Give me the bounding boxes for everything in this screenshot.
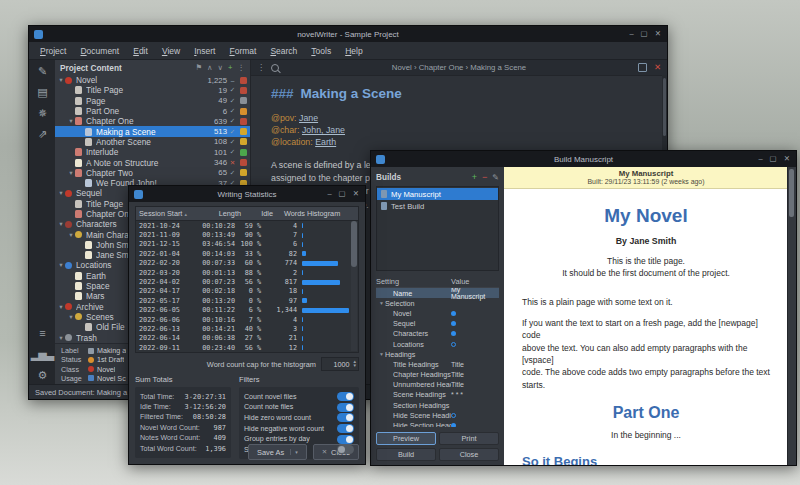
col-length[interactable]: Length [196, 209, 244, 218]
active-checkbox[interactable]: ✓ [227, 97, 238, 105]
tree-caret-icon[interactable]: ▼ [57, 262, 65, 268]
tree-caret-icon[interactable]: ▼ [57, 190, 65, 196]
tree-caret-icon[interactable]: ▼ [57, 335, 65, 341]
scrollbar-thumb[interactable] [789, 169, 794, 217]
setting-row[interactable]: Hide Section Headings [376, 420, 499, 427]
tree-caret-icon[interactable]: ▼ [67, 232, 75, 238]
minimize-button[interactable]: – [327, 190, 331, 198]
spin-down-icon[interactable]: ▼ [353, 364, 357, 369]
meta-value[interactable]: Earth [315, 137, 336, 147]
build-list-item[interactable]: Test Build [377, 200, 498, 212]
minimize-button[interactable]: – [629, 30, 633, 38]
maximize-button[interactable]: ▢ [339, 190, 346, 198]
setting-row[interactable]: Section Headings [376, 400, 499, 410]
flag-icon[interactable]: ⚑ [195, 64, 202, 72]
tree-caret-icon[interactable]: ▼ [67, 118, 75, 124]
tree-row[interactable]: Part One 6 ✓ [55, 106, 250, 116]
outline-icon[interactable]: ▤ [37, 87, 46, 98]
tree-caret-icon[interactable]: ▼ [67, 314, 75, 320]
novel-details-icon[interactable]: ✵ [38, 108, 46, 119]
build-action-button[interactable]: Print [439, 432, 499, 445]
tree-row[interactable]: A Note on Structure 346 ✕ [55, 157, 250, 167]
main-titlebar[interactable]: novelWriter - Sample Project –▢✕ [29, 26, 667, 42]
filter-toggle[interactable] [337, 435, 354, 444]
editor-close-icon[interactable]: ✕ [654, 63, 661, 72]
build-action-button[interactable]: Close [439, 448, 499, 461]
meta-value[interactable]: Jane [299, 113, 318, 123]
filter-toggle[interactable] [337, 403, 354, 412]
setting-row[interactable]: Sequel [376, 319, 499, 329]
tree-row[interactable]: ▼ Chapter One 639 ✓ [55, 116, 250, 126]
col-session-start[interactable]: Session Start ▴ [136, 209, 196, 218]
search-icon[interactable] [271, 64, 279, 72]
build-action-button[interactable]: Preview [376, 432, 436, 445]
tree-row[interactable]: Interlude 101 ✓ [55, 147, 250, 157]
active-checkbox[interactable]: ✓ [227, 107, 238, 115]
scrollbar-thumb[interactable] [663, 78, 666, 136]
stats-titlebar[interactable]: Writing Statistics –▢✕ [129, 186, 365, 202]
tree-row[interactable]: Making a Scene 513 ✓ [55, 126, 250, 136]
editor-maximize-icon[interactable] [638, 63, 647, 72]
tree-caret-icon[interactable]: ▼ [57, 77, 65, 83]
editor-menu-icon[interactable]: ⋮ [257, 63, 265, 72]
cap-value[interactable]: 1000 [322, 360, 353, 369]
menu-item[interactable]: Document [73, 46, 126, 56]
active-checkbox[interactable]: – [227, 77, 238, 84]
minimize-button[interactable]: – [758, 155, 762, 163]
maximize-button[interactable]: ▢ [641, 30, 648, 38]
save-as-button[interactable]: Save As▾ [248, 444, 307, 460]
col-idle[interactable]: Idle [244, 209, 276, 218]
filter-toggle[interactable] [337, 424, 354, 433]
close-button[interactable]: ✕ [784, 155, 790, 163]
tree-caret-icon[interactable]: ▼ [67, 170, 75, 176]
table-scrollbar[interactable] [351, 221, 357, 351]
tree-row[interactable]: ▼ Novel 1,225 – [55, 75, 250, 85]
export-icon[interactable]: ⇗ [38, 129, 46, 140]
menu-item[interactable]: Insert [187, 46, 222, 56]
remove-build-icon[interactable]: − [482, 173, 487, 182]
collapse-all-icon[interactable]: ∧ [207, 64, 213, 72]
menu-item[interactable]: Tools [304, 46, 338, 56]
tree-caret-icon[interactable]: ▼ [57, 221, 65, 227]
active-checkbox[interactable]: ✕ [227, 159, 238, 167]
stats-icon[interactable]: ▂▅▃ [31, 349, 53, 360]
expand-all-icon[interactable]: ∨ [218, 64, 224, 72]
setting-row[interactable]: Chapter Headings Title [376, 370, 499, 380]
preview-scrollbar[interactable] [787, 167, 796, 465]
setting-row[interactable]: Characters [376, 329, 499, 339]
filter-toggle[interactable] [337, 413, 354, 422]
setting-row[interactable]: Locations [376, 339, 499, 349]
meta-value[interactable]: John, Jane [302, 125, 345, 135]
close-button[interactable]: ✕ [353, 190, 359, 198]
menu-item[interactable]: View [155, 46, 187, 56]
tree-caret-icon[interactable]: ▼ [57, 304, 65, 310]
setting-caret-icon[interactable]: ▼ [378, 300, 385, 306]
setting-row[interactable]: Scene Headings * * * [376, 390, 499, 400]
active-checkbox[interactable]: ✓ [227, 169, 238, 177]
build-titlebar[interactable]: Build Manuscript –▢✕ [371, 151, 796, 167]
active-checkbox[interactable]: ✓ [227, 138, 238, 146]
filter-toggle[interactable] [337, 445, 354, 454]
setting-caret-icon[interactable]: ▼ [378, 351, 385, 357]
active-checkbox[interactable]: ✓ [227, 117, 238, 125]
setting-row[interactable]: Title Headings Title [376, 359, 499, 369]
editor-icon[interactable]: ✎ [38, 66, 46, 77]
build-list-item[interactable]: My Manuscript [377, 188, 498, 200]
setting-row[interactable]: Name My Manuscript [376, 288, 499, 298]
setting-row[interactable]: Novel [376, 308, 499, 318]
scrollbar-thumb[interactable] [351, 221, 357, 267]
menu-item[interactable]: Search [263, 46, 304, 56]
filter-toggle[interactable] [337, 392, 354, 401]
tree-row[interactable]: Page 49 ✓ [55, 96, 250, 106]
setting-row[interactable]: ▼ Headings [376, 349, 499, 359]
maximize-button[interactable]: ▢ [770, 155, 777, 163]
tree-row[interactable]: Another Scene 108 ✓ [55, 137, 250, 147]
settings-gear-icon[interactable]: ⚙ [38, 370, 47, 381]
menu-item[interactable]: Project [33, 46, 73, 56]
menu-item[interactable]: Format [222, 46, 263, 56]
active-checkbox[interactable]: ✓ [227, 128, 238, 136]
col-words-histogram[interactable]: Words Histogram [276, 209, 358, 218]
active-checkbox[interactable]: ✓ [227, 148, 238, 156]
edit-build-icon[interactable]: ✎ [492, 174, 499, 182]
add-item-icon[interactable]: + [228, 64, 232, 72]
